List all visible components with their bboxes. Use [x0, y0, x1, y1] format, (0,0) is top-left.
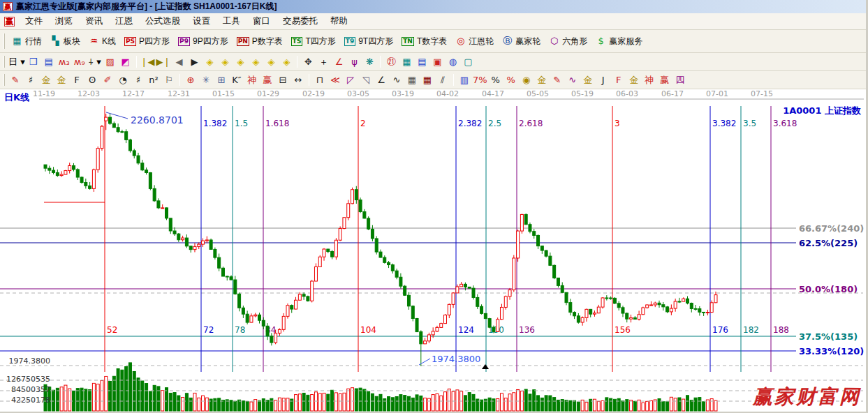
sectors-button[interactable]: ▚板块 — [46, 33, 84, 50]
p-square-button[interactable]: PSP四方形 — [120, 33, 174, 50]
slant-lines-icon[interactable]: ⫽ — [435, 73, 450, 88]
gate-tool-icon[interactable]: ⊓ — [312, 73, 328, 88]
hand-tool-icon[interactable]: ✥ — [300, 54, 316, 70]
save-icon[interactable]: ▣ — [429, 54, 445, 70]
bars-blue-icon[interactable]: ▥ — [457, 73, 472, 88]
hexagon-button[interactable]: ⬡六角形 — [545, 33, 591, 50]
gold-diagonal-icon[interactable]: 金 — [626, 73, 642, 88]
wave-3-icon[interactable]: ʍ₃ — [57, 54, 72, 70]
cycle-dial-icon[interactable]: ◔ — [115, 73, 131, 88]
f-comb-icon[interactable]: F — [69, 73, 84, 88]
zigzag-wave-icon[interactable]: ∿ — [389, 73, 404, 88]
menu-item-10[interactable]: 帮助 — [324, 13, 354, 29]
gold-comb-2-icon[interactable]: 金 — [54, 73, 69, 88]
candle-style-dropdown-icon[interactable]: ⍭ ▾ — [87, 54, 103, 70]
menu-item-1[interactable]: 文件 — [19, 13, 49, 29]
gann-web-icon[interactable]: ❋ — [362, 54, 377, 70]
angle-measure-icon[interactable]: ∠ — [331, 54, 346, 70]
diamond-right-icon[interactable]: ◈ — [217, 54, 233, 70]
plain-comb-icon[interactable]: ♯ — [131, 73, 146, 88]
flag-angle-icon[interactable]: ⚐ — [161, 73, 177, 88]
spiral-tool-icon[interactable]: ʘ — [84, 73, 100, 88]
god-comb-icon[interactable]: 神 — [244, 73, 260, 88]
grid-dark-icon[interactable]: ▦ — [404, 73, 420, 88]
percent-plain-icon[interactable]: % — [488, 73, 503, 88]
gold-strike-line-icon[interactable]: 金 — [534, 73, 550, 88]
calendar-21-icon[interactable]: ㉑ — [383, 54, 399, 70]
menu-item-9[interactable]: 交易委托 — [277, 13, 324, 29]
prev-bar-icon[interactable]: ◀ — [171, 54, 186, 70]
menu-item-8[interactable]: 窗口 — [247, 13, 277, 29]
kline-button[interactable]: ♒K线 — [84, 33, 120, 50]
kline-period-label[interactable]: 日K线 — [4, 91, 29, 104]
violet-fan-box-icon[interactable]: ◸ — [343, 73, 358, 88]
menu-item-7[interactable]: 工具 — [216, 13, 247, 29]
menu-item-4[interactable]: 江恩 — [109, 13, 139, 29]
winner-wheel-button[interactable]: Ⓑ赢家轮 — [498, 33, 545, 50]
brush-bars-icon[interactable]: ✎ — [550, 73, 565, 88]
period-dropdown-icon[interactable]: 日 ▾ — [8, 54, 26, 70]
overlay-windows-icon[interactable]: ❒ — [26, 54, 41, 70]
wave-band-icon[interactable]: ∿ — [565, 73, 580, 88]
quotes-button[interactable]: ▦行情 — [8, 33, 46, 50]
9t-square-button[interactable]: T99T四方形 — [340, 33, 397, 50]
chart-canvas[interactable]: 66.67%(240)62.5%(225)50.0%(180)37.5%(135… — [0, 89, 868, 413]
menu-item-2[interactable]: 浏览 — [49, 13, 79, 29]
pitchfork-tool-icon[interactable]: ψ — [346, 54, 362, 70]
gold-strike-2-icon[interactable]: 金 — [580, 73, 596, 88]
svg-text:02-19: 02-19 — [302, 89, 325, 98]
toolbar-draw: ✎♯金金Fʘ✐◔♯n²⚐⊕✳⊞K″神赢⊟↔⊓≪◸◹∠∿▦▦⫽▥7%%%◉金✎∿金… — [0, 71, 866, 89]
last-bar-icon[interactable]: ▶❘ — [156, 54, 172, 70]
diamond-horizontal-icon[interactable]: ◈ — [233, 54, 248, 70]
gann-wheel-button[interactable]: ◎江恩轮 — [451, 33, 498, 50]
wave-9-icon[interactable]: ʍ₉ — [72, 54, 87, 70]
diamond-left-icon[interactable]: ◈ — [202, 54, 217, 70]
win-diagonal-icon[interactable]: 赢 — [657, 73, 672, 88]
calculator-icon[interactable]: ▦ — [399, 54, 414, 70]
j-diagonal-icon[interactable]: J — [596, 73, 611, 88]
god-diagonal-icon[interactable]: 神 — [642, 73, 657, 88]
diamond-all-icon[interactable]: ◈ — [279, 54, 294, 70]
gold-coin-line-icon[interactable]: ◉ — [519, 73, 534, 88]
terminal-icon[interactable]: ▢ — [460, 54, 476, 70]
span-arrows-icon[interactable]: ↔ — [290, 73, 306, 88]
win-mark-icon[interactable]: 赢 — [260, 73, 275, 88]
four-diagonal-icon[interactable]: 四 — [672, 73, 688, 88]
dark-fan-box-icon[interactable]: ◹ — [358, 73, 374, 88]
diamond-expand-icon[interactable]: ◈ — [263, 54, 279, 70]
count-grid-icon[interactable]: ⊟ — [275, 73, 290, 88]
time-comb-icon[interactable]: ♯ — [23, 73, 38, 88]
f-diagonal-icon[interactable]: F — [611, 73, 626, 88]
notes-icon[interactable]: ▤ — [414, 54, 429, 70]
gold-comb-1-icon[interactable]: 金 — [38, 73, 54, 88]
web-link-icon[interactable]: ◍ — [445, 54, 460, 70]
menu-item-6[interactable]: 设置 — [186, 13, 216, 29]
angle-pair-icon[interactable]: ∠ — [374, 73, 389, 88]
9p-square-button[interactable]: P99P四方形 — [174, 33, 233, 50]
crosshair-tool-icon[interactable]: ＋ — [316, 54, 331, 70]
gann-wheel-label: 江恩轮 — [469, 36, 494, 47]
info-panel-icon[interactable]: ▤ — [41, 54, 57, 70]
k-quote-icon[interactable]: K″ — [229, 73, 244, 88]
target-cross-icon[interactable]: ⊕ — [183, 73, 198, 88]
pattern-box-icon[interactable]: ▨ — [103, 54, 118, 70]
n-squared-icon[interactable]: n² — [146, 73, 161, 88]
t-square-button[interactable]: TST四方形 — [287, 33, 340, 50]
next-bar-icon[interactable]: ▶ — [186, 54, 202, 70]
menu-item-5[interactable]: 公式选股 — [139, 13, 186, 29]
winner-service-button[interactable]: $赢家服务 — [591, 33, 647, 50]
percent-wave-icon[interactable]: 7% — [472, 73, 488, 88]
red-marker-icon[interactable]: ✐ — [100, 73, 115, 88]
net-grid-icon[interactable]: ⊞ — [214, 73, 229, 88]
menu-item-3[interactable]: 资讯 — [79, 13, 109, 29]
t-number-table-button[interactable]: TNT数字表 — [397, 33, 451, 50]
p-number-table-button[interactable]: PNP数字表 — [233, 33, 287, 50]
diamond-vertical-icon[interactable]: ◈ — [248, 54, 263, 70]
star-web-icon[interactable]: ✳ — [198, 73, 214, 88]
brush-red-icon[interactable]: ✎ — [8, 73, 23, 88]
color-histogram-icon[interactable]: ◩ — [118, 54, 133, 70]
red-fan-icon[interactable]: ≪ — [328, 73, 343, 88]
percent-line-icon[interactable]: % — [503, 73, 519, 88]
grid-red-icon[interactable]: ▦ — [420, 73, 435, 88]
first-bar-icon[interactable]: ❘◀ — [140, 54, 156, 70]
